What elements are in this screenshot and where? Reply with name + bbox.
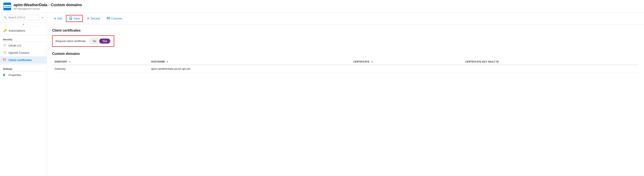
custom-domains-section: Custom domains ENDPOINT ⇅ HOSTNAME (52, 52, 639, 73)
toggle-no-option[interactable]: No (90, 38, 100, 44)
sidebar-item-openid[interactable]: 🛡 OpenID Connect (0, 49, 47, 56)
cell-hostname: apim-weatherdata.azure-api.net (148, 65, 351, 73)
cert-icon (3, 58, 7, 62)
cell-certificate (351, 65, 462, 73)
hostname-sort-icon[interactable]: ⇅ (166, 60, 168, 63)
main-content: + Add Save ✕ Discard (47, 13, 644, 176)
cell-endpoint: Gateway (52, 65, 148, 73)
svg-rect-6 (4, 74, 5, 76)
svg-rect-1 (4, 59, 4, 59)
certificate-sort-icon[interactable]: ⇅ (371, 60, 373, 63)
client-cert-toggle-row: Request client certificate No Yes (52, 36, 114, 47)
toolbar: + Add Save ✕ Discard (47, 13, 644, 24)
add-label: Add (57, 17, 62, 20)
sidebar-section-settings: Settings (0, 64, 47, 71)
columns-icon (107, 17, 110, 20)
cell-cert-key-vault-id (463, 65, 639, 73)
layout: « ▲ 🔑 Subscriptions Security 🛡 OAu (0, 13, 644, 176)
svg-rect-3 (4, 60, 4, 60)
client-certificates-section: Client certificates Request client certi… (52, 28, 639, 47)
table-body: Gateway apim-weatherdata.azure-api.net (52, 65, 639, 73)
page-title: apim-WeatherData - Custom domains (14, 3, 82, 7)
client-certs-title: Client certificates (52, 28, 639, 32)
key-icon: 🔑 (3, 28, 7, 32)
toggle-group[interactable]: No Yes (89, 38, 111, 44)
col-hostname-label: HOSTNAME (151, 60, 165, 63)
svg-rect-4 (3, 74, 4, 76)
toggle-yes-option[interactable]: Yes (99, 38, 110, 44)
sidebar-label-properties: Properties (8, 74, 21, 76)
sidebar-collapse-button[interactable]: « (40, 14, 44, 20)
columns-button[interactable]: Columns (104, 16, 125, 22)
sidebar-item-client-certs[interactable]: Client certificates (0, 56, 47, 64)
oauth2-shield-icon: 🛡 (3, 44, 7, 47)
header: www apim-WeatherData - Custom domains AP… (0, 0, 644, 13)
svg-rect-13 (107, 19, 108, 19)
sidebar: « ▲ 🔑 Subscriptions Security 🛡 OAu (0, 13, 47, 176)
search-input[interactable] (2, 15, 39, 20)
sidebar-item-oauth2[interactable]: 🛡 OAuth 2.0 (0, 42, 47, 49)
save-label: Save (74, 17, 80, 20)
col-certificate: CERTIFICATE ⇅ (351, 59, 462, 65)
columns-label: Columns (111, 17, 122, 20)
app-icon-text: www (4, 5, 11, 8)
content-area: Client certificates Request client certi… (47, 24, 644, 77)
search-wrap (2, 15, 39, 20)
save-icon (69, 16, 72, 20)
table-row[interactable]: Gateway apim-weatherdata.azure-api.net (52, 65, 639, 73)
col-cert-key-vault-id: CERTIFICATE KEY VAULT ID (463, 59, 639, 65)
svg-rect-9 (70, 17, 71, 18)
discard-button[interactable]: ✕ Discard (84, 16, 103, 22)
scroll-up-indicator[interactable]: ▲ (0, 22, 47, 26)
add-button[interactable]: + Add (51, 15, 65, 22)
page-subtitle: API Management service (14, 8, 82, 10)
toggle-label: Request client certificate (56, 40, 86, 43)
properties-icon (3, 73, 7, 77)
svg-rect-2 (4, 60, 5, 60)
table-container: ENDPOINT ⇅ HOSTNAME ⇅ CERTIFICATE ⇅ (52, 59, 639, 73)
svg-rect-15 (108, 18, 109, 18)
table-header-row: ENDPOINT ⇅ HOSTNAME ⇅ CERTIFICATE ⇅ (52, 59, 639, 65)
svg-rect-14 (108, 17, 109, 18)
col-certificate-label: CERTIFICATE (353, 60, 369, 63)
col-endpoint: ENDPOINT ⇅ (52, 59, 148, 65)
discard-icon: ✕ (87, 17, 90, 20)
header-text: apim-WeatherData - Custom domains API Ma… (14, 3, 82, 10)
col-cert-key-vault-id-label: CERTIFICATE KEY VAULT ID (465, 60, 499, 63)
sidebar-item-subscriptions[interactable]: 🔑 Subscriptions (0, 27, 47, 34)
custom-domains-title: Custom domains (52, 52, 639, 56)
domains-table: ENDPOINT ⇅ HOSTNAME ⇅ CERTIFICATE ⇅ (52, 59, 639, 73)
sidebar-label-openid: OpenID Connect (8, 51, 29, 54)
svg-rect-19 (109, 19, 110, 19)
sidebar-section-security: Security (0, 35, 47, 42)
sidebar-label-subscriptions: Subscriptions (8, 29, 25, 32)
endpoint-sort-icon[interactable]: ⇅ (69, 60, 71, 63)
add-icon: + (54, 17, 56, 20)
svg-rect-18 (109, 18, 110, 18)
svg-rect-5 (4, 74, 4, 76)
svg-rect-17 (109, 17, 110, 18)
app-icon: www (4, 2, 11, 10)
sidebar-item-properties[interactable]: Properties (0, 71, 47, 78)
svg-rect-12 (107, 18, 108, 18)
save-button[interactable]: Save (66, 15, 83, 22)
discard-label: Discard (90, 17, 100, 20)
sidebar-nav: ▲ 🔑 Subscriptions Security 🛡 OAuth 2.0 (0, 22, 47, 176)
sidebar-label-oauth2: OAuth 2.0 (8, 44, 21, 47)
col-endpoint-label: ENDPOINT (55, 60, 67, 63)
sidebar-label-client-certs: Client certificates (8, 58, 32, 62)
col-hostname: HOSTNAME ⇅ (148, 59, 351, 65)
table-header: ENDPOINT ⇅ HOSTNAME ⇅ CERTIFICATE ⇅ (52, 59, 639, 65)
svg-rect-16 (108, 19, 109, 19)
svg-rect-11 (107, 17, 108, 18)
openid-shield-icon: 🛡 (3, 51, 7, 54)
svg-rect-10 (70, 18, 72, 20)
